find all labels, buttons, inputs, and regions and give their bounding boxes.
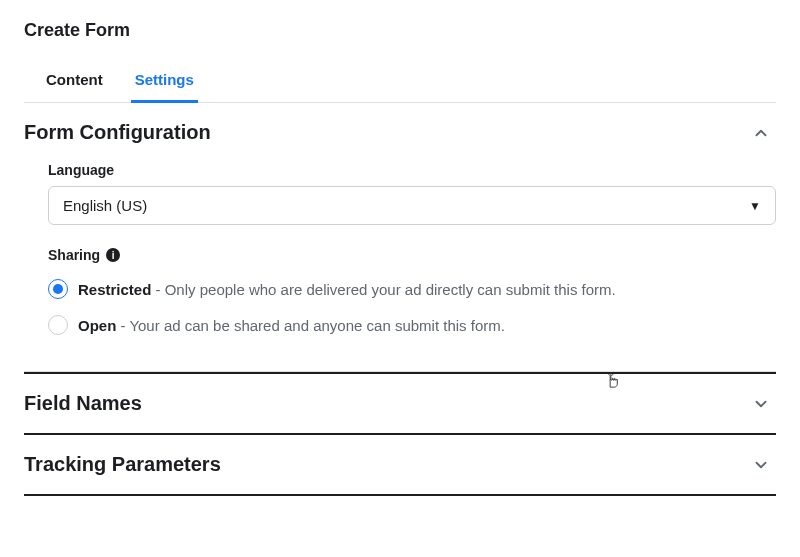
chevron-down-icon [752, 395, 770, 413]
sharing-label: Sharing i [48, 247, 776, 263]
sharing-open-name: Open [78, 317, 116, 334]
section-tracking-parameters: Tracking Parameters [24, 435, 776, 496]
radio-unselected-icon [48, 315, 68, 335]
section-title-field-names: Field Names [24, 392, 142, 415]
sharing-restricted-desc: - Only people who are delivered your ad … [151, 281, 615, 298]
sharing-label-text: Sharing [48, 247, 100, 263]
language-label: Language [48, 162, 776, 178]
tab-settings[interactable]: Settings [131, 61, 198, 103]
section-field-names: Field Names [24, 372, 776, 435]
tab-content[interactable]: Content [42, 61, 107, 103]
language-select-value: English (US) [63, 197, 147, 214]
section-body-form-configuration: Language English (US) ▼ Sharing i Restri… [24, 162, 776, 371]
section-title-tracking-parameters: Tracking Parameters [24, 453, 221, 476]
language-field: Language English (US) ▼ [48, 162, 776, 225]
sharing-restricted-label: Restricted - Only people who are deliver… [78, 281, 616, 298]
sharing-open-desc: - Your ad can be shared and anyone can s… [116, 317, 505, 334]
language-select[interactable]: English (US) ▼ [48, 186, 776, 225]
radio-selected-icon [48, 279, 68, 299]
section-header-tracking-parameters[interactable]: Tracking Parameters [24, 435, 776, 494]
section-title-form-configuration: Form Configuration [24, 121, 211, 144]
sharing-option-open[interactable]: Open - Your ad can be shared and anyone … [48, 307, 776, 343]
page-title: Create Form [24, 20, 776, 41]
tabs-bar: Content Settings [24, 61, 776, 103]
sharing-option-restricted[interactable]: Restricted - Only people who are deliver… [48, 271, 776, 307]
sharing-field: Sharing i Restricted - Only people who a… [48, 247, 776, 343]
sharing-restricted-name: Restricted [78, 281, 151, 298]
section-form-configuration: Form Configuration Language English (US)… [24, 103, 776, 372]
section-header-form-configuration[interactable]: Form Configuration [24, 103, 776, 162]
caret-down-icon: ▼ [749, 199, 761, 213]
info-icon[interactable]: i [106, 248, 120, 262]
chevron-up-icon [752, 124, 770, 142]
chevron-down-icon [752, 456, 770, 474]
section-header-field-names[interactable]: Field Names [24, 374, 776, 433]
sharing-open-label: Open - Your ad can be shared and anyone … [78, 317, 505, 334]
